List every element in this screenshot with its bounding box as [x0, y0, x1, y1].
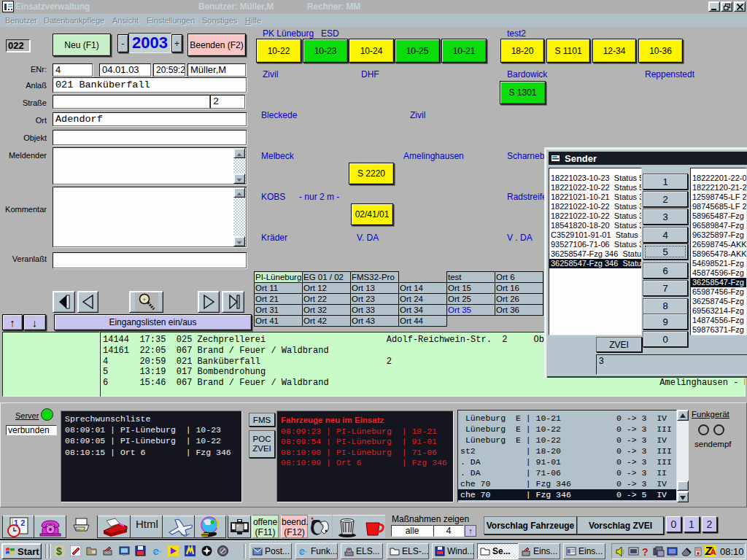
svg-text:e: e: [153, 545, 159, 556]
svg-text:+: +: [142, 296, 146, 303]
svg-text:$: $: [56, 545, 62, 556]
svg-text:?: ?: [642, 546, 649, 557]
